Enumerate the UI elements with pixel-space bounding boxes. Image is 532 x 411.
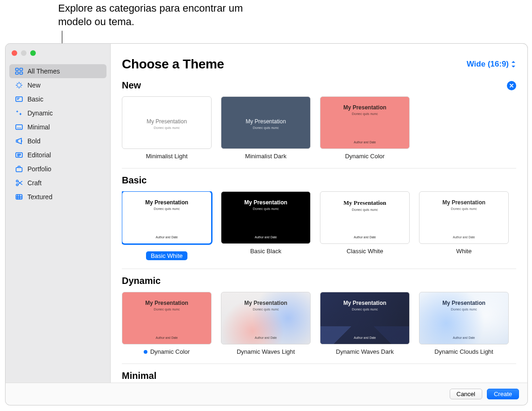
svg-point-16	[16, 180, 18, 182]
section-minimal: Minimal	[122, 364, 516, 383]
section-heading: Dynamic	[122, 276, 160, 286]
theme-white[interactable]: My PresentationDonec quis nuncAuthor and…	[419, 191, 509, 260]
slide-title: My Presentation	[426, 199, 502, 206]
theme-minimalist-dark[interactable]: My PresentationDonec quis nuncMinimalist…	[221, 96, 311, 160]
slide-subtitle: Donec quis nunc	[129, 126, 205, 130]
theme-classic-white[interactable]: My PresentationDonec quis nuncAuthor and…	[320, 191, 410, 260]
sidebar-item-all-themes[interactable]: All Themes	[9, 64, 106, 78]
theme-label: Dynamic Color	[320, 153, 410, 160]
slide-subtitle: Donec quis nunc	[426, 207, 502, 211]
theme-thumbnail: My PresentationDonec quis nuncAuthor and…	[122, 191, 212, 244]
sidebar-item-label: New	[27, 81, 40, 89]
svg-rect-15	[16, 168, 22, 172]
svg-rect-3	[20, 72, 23, 74]
close-window-button[interactable]	[12, 50, 17, 56]
sidebar-item-new[interactable]: New	[9, 78, 106, 92]
theme-thumbnail: My PresentationDonec quis nunc	[221, 96, 311, 149]
sidebar-item-craft[interactable]: Craft	[9, 176, 106, 190]
theme-thumbnail: My PresentationDonec quis nuncAuthor and…	[221, 191, 311, 244]
theme-basic-white[interactable]: My PresentationDonec quis nuncAuthor and…	[122, 191, 212, 260]
scissors-icon	[15, 179, 23, 187]
slide-author: Author and Date	[426, 336, 502, 339]
sidebar-item-editorial[interactable]: Editorial	[9, 148, 106, 162]
grid-icon	[15, 67, 23, 75]
sidebar-item-textured[interactable]: Textured	[9, 190, 106, 204]
slide-subtitle: Donec quis nunc	[327, 208, 403, 212]
theme-row: My PresentationDonec quis nuncAuthor and…	[122, 191, 516, 260]
sidebar-item-basic[interactable]: Basic	[9, 92, 106, 106]
theme-minimalist-light[interactable]: My PresentationDonec quis nuncMinimalist…	[122, 96, 212, 160]
dots-icon	[15, 123, 23, 131]
slide-author: Author and Date	[129, 236, 205, 239]
theme-thumbnail: My PresentationDonec quis nunc	[122, 96, 212, 149]
sidebar: All ThemesNewBasicDynamicMinimalBoldEdit…	[6, 44, 111, 383]
theme-dynamic-waves-light[interactable]: My PresentationDonec quis nuncAuthor and…	[221, 292, 311, 355]
sidebar-item-label: Textured	[27, 193, 53, 201]
zoom-window-button[interactable]	[30, 50, 36, 56]
section-heading: Basic	[122, 175, 146, 186]
slide-title: My Presentation	[129, 199, 205, 206]
theme-thumbnail: My PresentationDonec quis nuncAuthor and…	[320, 191, 410, 244]
theme-label: Dynamic Waves Dark	[320, 348, 410, 355]
theme-thumbnail: My PresentationDonec quis nuncAuthor and…	[221, 292, 311, 344]
slide-subtitle: Donec quis nunc	[228, 307, 304, 311]
sidebar-item-label: Portfolio	[27, 165, 51, 173]
slide-author: Author and Date	[327, 141, 403, 144]
theme-label: Basic White	[146, 251, 187, 260]
dismiss-section-button[interactable]	[507, 81, 516, 90]
section-new: NewMy PresentationDonec quis nuncMinimal…	[122, 74, 516, 168]
sidebar-item-label: Bold	[27, 137, 40, 145]
sidebar-item-label: Minimal	[27, 123, 50, 131]
cancel-button[interactable]: Cancel	[450, 389, 482, 399]
slide-subtitle: Donec quis nunc	[129, 207, 205, 211]
theme-thumbnail: My PresentationDonec quis nuncAuthor and…	[122, 292, 212, 344]
sidebar-item-label: Craft	[27, 179, 41, 187]
theme-dynamic-color[interactable]: My PresentationDonec quis nuncAuthor and…	[320, 96, 410, 160]
slide-title: My Presentation	[426, 300, 502, 306]
section-dynamic: DynamicMy PresentationDonec quis nuncAut…	[122, 269, 516, 364]
slide-author: Author and Date	[129, 336, 205, 339]
help-annotation: Explore as categorias para encontrar um …	[58, 2, 244, 28]
sidebar-item-bold[interactable]: Bold	[9, 134, 106, 148]
svg-rect-1	[20, 68, 23, 71]
slide-title: My Presentation	[327, 104, 403, 111]
megaphone-icon	[15, 137, 23, 145]
sidebar-item-label: Dynamic	[27, 109, 53, 117]
theme-dynamic-clouds-light[interactable]: My PresentationDonec quis nuncAuthor and…	[419, 292, 509, 355]
briefcase-icon	[15, 165, 23, 173]
theme-thumbnail: My PresentationDonec quis nuncAuthor and…	[320, 292, 410, 344]
sidebar-item-label: All Themes	[27, 67, 60, 75]
sparkle-icon	[15, 81, 23, 89]
svg-rect-4	[16, 97, 22, 101]
slide-title: My Presentation	[228, 199, 304, 206]
theme-row: My PresentationDonec quis nuncAuthor and…	[122, 292, 516, 355]
slide-title: My Presentation	[228, 300, 304, 306]
svg-point-8	[17, 128, 18, 128]
svg-point-9	[19, 128, 20, 128]
theme-dynamic-color[interactable]: My PresentationDonec quis nuncAuthor and…	[122, 292, 212, 355]
sidebar-item-portfolio[interactable]: Portfolio	[9, 162, 106, 176]
slide-title: My Presentation	[327, 199, 403, 207]
section-heading: Minimal	[122, 371, 156, 381]
sidebar-item-minimal[interactable]: Minimal	[9, 120, 106, 134]
theme-dynamic-waves-dark[interactable]: My PresentationDonec quis nuncAuthor and…	[320, 292, 410, 355]
slide-title: My Presentation	[129, 300, 205, 306]
slide-subtitle: Donec quis nunc	[129, 307, 205, 311]
sidebar-item-label: Editorial	[27, 151, 51, 159]
svg-rect-7	[16, 125, 22, 129]
sidebar-item-dynamic[interactable]: Dynamic	[9, 106, 106, 120]
theme-label: Dynamic Waves Light	[221, 348, 311, 355]
aspect-ratio-dropdown[interactable]: Wide (16:9)	[466, 60, 516, 69]
chevron-up-down-icon	[511, 61, 516, 67]
svg-point-17	[16, 184, 18, 186]
aspect-label: Wide (16:9)	[466, 60, 509, 69]
create-button[interactable]: Create	[487, 389, 519, 399]
svg-rect-0	[16, 68, 19, 71]
minimize-window-button[interactable]	[21, 50, 27, 56]
theme-label: Basic Black	[221, 248, 311, 255]
theme-basic-black[interactable]: My PresentationDonec quis nuncAuthor and…	[221, 191, 311, 260]
theme-label: White	[419, 248, 509, 255]
slide-title: My Presentation	[228, 118, 304, 125]
theme-label: Minimalist Dark	[221, 153, 311, 160]
section-basic: BasicMy PresentationDonec quis nuncAutho…	[122, 168, 516, 269]
